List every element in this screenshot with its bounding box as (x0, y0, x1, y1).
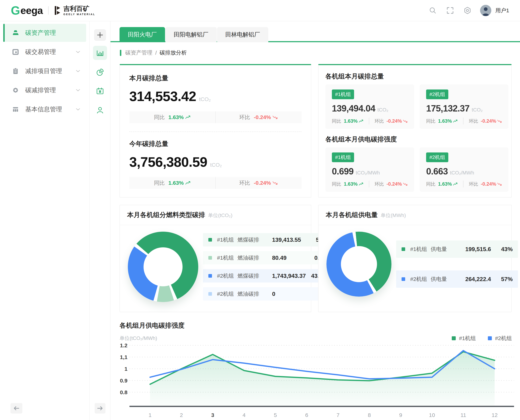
legend-swatch (208, 256, 212, 260)
sidebar-item-carbon-reduction[interactable]: 碳减排管理 (3, 81, 86, 99)
trend-down-icon (272, 115, 278, 120)
pie-chart-icon (96, 68, 104, 76)
yoy-stat: 同比1.63% (332, 118, 363, 124)
logo-divider (48, 6, 49, 15)
sidebar-item-label: 基本信息管理 (25, 105, 76, 113)
rail-cost-calendar-button[interactable] (93, 84, 107, 98)
trend-up-icon (185, 181, 191, 185)
rail-bar-chart-button[interactable] (93, 46, 107, 60)
year-total-stats: 同比 1.63% 环比 -0.24% (129, 177, 302, 189)
legend-item-unit1[interactable]: #1机组 (452, 335, 476, 342)
plus-icon (97, 32, 103, 38)
tab-plant-3[interactable]: 田林电解铝厂 (217, 27, 268, 42)
unit2-intensity-value: 0.663 (426, 166, 448, 177)
person-icon (96, 106, 104, 114)
legend-row: #1机组供电量 199,515.6 43% (396, 240, 518, 258)
month-total-value: 314,553.42 (129, 88, 196, 104)
legend-swatch (208, 274, 212, 278)
sidebar-item-carbon-assets[interactable]: 碳资产管理 (3, 24, 86, 42)
trend-up-icon (185, 115, 191, 120)
geely-material-en: GEELY MATERIAL (63, 13, 95, 16)
tab-plant-2[interactable]: 田阳电解铝厂 (165, 27, 217, 42)
unit1-intensity-box: #1机组 0.699 tCO₂/MWh 同比1.63% (325, 147, 414, 192)
power-supply-donut-card: 本月各机组供电量 单位(MWh) #1机组供电量 199,515.6 (318, 205, 512, 312)
legend-row: #2机组燃油碳排 0 0% (203, 287, 333, 300)
trend-up-icon (359, 119, 363, 123)
mom-stat: 环比-0.24% (375, 181, 408, 187)
breadcrumb: 碳资产管理 / 碳排放分析 (120, 49, 520, 56)
svg-text:10: 10 (429, 412, 435, 418)
year-total-unit: tCO₂ (210, 162, 222, 168)
year-total-value: 3,756,380.59 (129, 154, 207, 170)
fuel-donut-legend: #1机组燃煤碳排 139,413.55 56% #1机组燃油碳排 80.49 0… (203, 233, 333, 300)
total-emissions-card: 本月碳排总量 314,553.42 tCO₂ 同比 1.63% (120, 64, 311, 198)
unit-intensity-title: 各机组本月供电碳排强度 (325, 135, 505, 144)
chart-rail (90, 21, 110, 420)
trend-down-icon (497, 182, 502, 186)
legend-swatch (488, 336, 492, 340)
sidebar-item-reduction-projects[interactable]: 减排项目管理 (3, 62, 86, 80)
carbon-trade-icon (12, 48, 19, 56)
unit1-emissions-box: #1机组 139,494.04 tCO₂ 同比1.63% (325, 84, 414, 129)
expand-rail-button[interactable] (95, 403, 106, 413)
unit1-intensity-value: 0.699 (332, 166, 353, 177)
trend-line-chart: 1.21,110.90.8123456789101112 (120, 343, 515, 420)
yoy-stat: 同比1.63% (426, 118, 458, 124)
power-donut-title: 本月各机组供电量 (326, 210, 378, 219)
power-donut-legend: #1机组供电量 199,515.6 43% #2机组供电量 264,222.4 … (396, 240, 518, 288)
geega-logo-mark: G (11, 5, 20, 16)
main-content: 田阳火电厂 田阳电解铝厂 田林电解铝厂 碳资产管理 / 碳排放分析 本月碳排总量… (110, 21, 520, 420)
trend-down-icon (403, 182, 408, 186)
svg-text:1: 1 (149, 412, 152, 418)
svg-text:6: 6 (305, 412, 308, 418)
fuel-donut-chart (128, 232, 198, 302)
trend-down-icon (272, 181, 278, 185)
geega-logo-text: eega (20, 5, 43, 15)
unit2-emissions-box: #2机组 175,132.37 tCO₂ 同比1.63% (420, 84, 508, 129)
yoy-stat: 同比1.63% (332, 181, 363, 187)
breadcrumb-parent[interactable]: 碳资产管理 (125, 49, 152, 56)
arrow-left-icon (13, 406, 20, 411)
collapse-sidebar-button[interactable] (10, 403, 22, 413)
sidebar-item-basic-info[interactable]: 基本信息管理 (3, 100, 86, 118)
trend-title: 各机组月供电碳排强度 (120, 321, 512, 330)
rail-user-button[interactable] (93, 103, 107, 117)
legend-item-unit2[interactable]: #2机组 (488, 335, 512, 342)
username[interactable]: 用户1 (495, 7, 509, 14)
svg-text:11: 11 (460, 412, 466, 418)
app-root: Geega 吉利百矿 GEELY MATERIAL (0, 0, 520, 420)
month-total-title: 本月碳排总量 (129, 74, 302, 83)
mom-stat: 环比-0.24% (469, 118, 502, 124)
geely-material-cn: 吉利百矿 (63, 5, 95, 12)
legend-row: #2机组供电量 264,222.4 57% (396, 270, 518, 288)
breadcrumb-current: 碳排放分析 (160, 49, 187, 56)
chevron-down-icon (76, 89, 80, 91)
unit1-badge: #1机组 (332, 152, 354, 162)
unit2-badge: #2机组 (426, 90, 448, 99)
settings-icon[interactable] (464, 7, 471, 15)
fullscreen-icon[interactable] (446, 7, 454, 15)
search-icon[interactable] (429, 7, 437, 15)
legend-row: #1机组燃油碳排 80.49 0.8% (203, 251, 333, 264)
sidebar-item-carbon-trade[interactable]: 碳交易管理 (3, 43, 86, 61)
breadcrumb-accent-bar (120, 50, 121, 56)
add-chart-button[interactable] (94, 29, 106, 41)
svg-text:3: 3 (211, 412, 214, 418)
tab-plant-1[interactable]: 田阳火电厂 (120, 27, 165, 42)
fuel-donut-unit: 单位(tCO₂) (208, 212, 232, 219)
yoy-stat: 同比1.63% (426, 181, 458, 187)
breadcrumb-separator: / (155, 50, 157, 56)
rail-pie-chart-button[interactable] (93, 65, 107, 79)
trend-up-icon (453, 182, 458, 186)
sidebar-item-label: 碳减排管理 (25, 86, 76, 94)
unit-emissions-title: 各机组本月碳排总量 (325, 72, 505, 81)
svg-text:8: 8 (368, 412, 371, 418)
avatar[interactable] (480, 5, 491, 16)
unit1-emissions-value: 139,494.04 (332, 103, 375, 114)
unit1-badge: #1机组 (332, 90, 354, 99)
fuel-emissions-donut-card: 本月各机组分燃料类型碳排 单位(tCO₂) #1机组燃煤碳排 139,413.5… (120, 205, 311, 312)
svg-text:12: 12 (492, 412, 498, 418)
intensity-trend-section: 各机组月供电碳排强度 单位(tCO₂/MWh) #1机组 #2机组 (120, 321, 512, 420)
svg-text:5: 5 (274, 412, 277, 418)
geely-material-logo: 吉利百矿 GEELY MATERIAL (54, 5, 95, 16)
